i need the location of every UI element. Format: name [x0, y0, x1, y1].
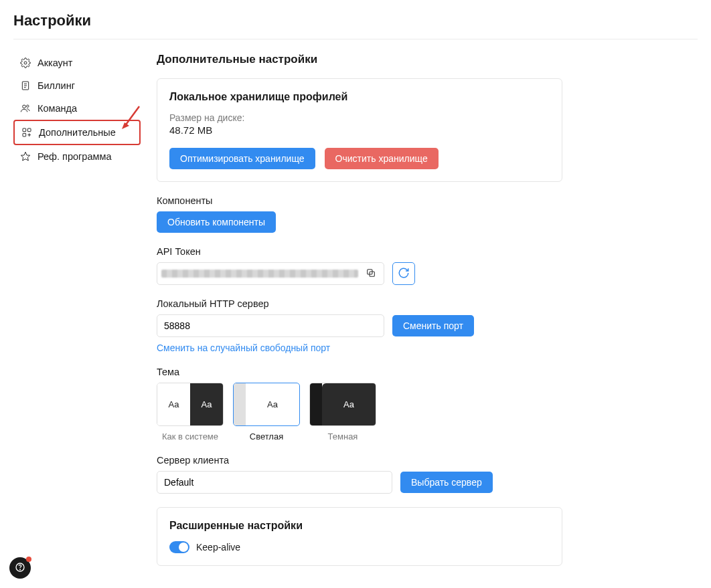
svg-point-0 — [24, 62, 27, 64]
keep-alive-label: Keep-alive — [196, 542, 240, 553]
clear-storage-button[interactable]: Очистить хранилище — [325, 148, 439, 169]
gear-icon — [20, 58, 31, 68]
main-title: Дополнительные настройки — [157, 53, 562, 66]
theme-sample: Aa — [322, 383, 376, 425]
api-token-blurred-value — [161, 270, 358, 278]
api-token-field — [157, 262, 384, 285]
theme-sample: Aa — [246, 383, 299, 425]
theme-label: Тема — [157, 367, 562, 377]
theme-sample: Aa — [157, 383, 190, 425]
api-token-section: API Токен — [157, 246, 562, 285]
page-title: Настройки — [0, 0, 711, 39]
advanced-title: Расширенные настройки — [169, 520, 550, 532]
components-label: Компоненты — [157, 195, 562, 206]
main-content: Дополнительные настройки Локальное храни… — [147, 39, 576, 566]
svg-marker-13 — [122, 122, 129, 129]
client-server-label: Сервер клиента — [157, 455, 562, 466]
refresh-icon — [398, 267, 410, 281]
sidebar-item-label: Дополнительные — [39, 127, 116, 138]
grid-plus-icon — [21, 127, 32, 138]
optimize-storage-button[interactable]: Оптимизировать хранилище — [169, 148, 315, 169]
theme-option-label: Светлая — [233, 431, 300, 442]
theme-option-dark[interactable]: Aa Темная — [309, 383, 376, 442]
svg-rect-7 — [23, 128, 26, 132]
copy-token-button[interactable] — [362, 265, 380, 282]
http-server-section: Локальный HTTP сервер Сменить порт Смени… — [157, 298, 562, 353]
random-port-link[interactable]: Сменить на случайный свободный порт — [157, 342, 562, 353]
annotation-arrow — [121, 104, 141, 132]
svg-point-17 — [20, 569, 21, 569]
advanced-card: Расширенные настройки Keep-alive — [157, 507, 562, 566]
sidebar-item-label: Аккаунт — [37, 58, 72, 68]
update-components-button[interactable]: Обновить компоненты — [157, 211, 276, 233]
theme-option-label: Темная — [309, 431, 376, 442]
http-server-label: Локальный HTTP сервер — [157, 298, 562, 309]
svg-point-6 — [27, 105, 29, 107]
sidebar-item-label: Команда — [37, 103, 77, 114]
theme-section: Тема Aa Aa Как в системе Aa Светлая — [157, 367, 562, 442]
sidebar-item-account[interactable]: Аккаунт — [13, 52, 141, 74]
theme-option-system[interactable]: Aa Aa Как в системе — [157, 383, 224, 442]
storage-title: Локальное хранилище профилей — [169, 91, 550, 103]
storage-card: Локальное хранилище профилей Размер на д… — [157, 78, 562, 182]
storage-size-value: 48.72 MB — [169, 124, 550, 136]
choose-server-button[interactable]: Выбрать сервер — [400, 472, 493, 493]
theme-option-light[interactable]: Aa Светлая — [233, 383, 300, 442]
http-port-input[interactable] — [157, 314, 384, 337]
api-token-label: API Токен — [157, 246, 562, 257]
client-server-section: Сервер клиента Выбрать сервер — [157, 455, 562, 494]
components-section: Компоненты Обновить компоненты — [157, 195, 562, 233]
regenerate-token-button[interactable] — [392, 262, 415, 285]
theme-sample: Aa — [190, 383, 223, 425]
svg-marker-12 — [21, 152, 29, 161]
storage-size-label: Размер на диске: — [169, 112, 550, 123]
svg-rect-8 — [27, 128, 31, 132]
star-icon — [20, 151, 31, 162]
help-icon — [15, 562, 25, 575]
keep-alive-toggle[interactable] — [169, 541, 189, 553]
sidebar-item-billing[interactable]: Биллинг — [13, 74, 141, 97]
client-server-input[interactable] — [157, 471, 392, 494]
change-port-button[interactable]: Сменить порт — [392, 315, 474, 336]
help-button[interactable] — [9, 557, 31, 579]
sidebar-item-referral[interactable]: Реф. программа — [13, 145, 141, 168]
receipt-icon — [20, 80, 31, 91]
sidebar-item-label: Реф. программа — [37, 151, 112, 162]
theme-option-label: Как в системе — [157, 431, 224, 442]
sidebar-item-label: Биллинг — [37, 80, 75, 91]
copy-icon — [366, 268, 376, 280]
svg-point-5 — [23, 105, 26, 108]
svg-rect-9 — [23, 133, 26, 136]
users-icon — [20, 103, 31, 114]
